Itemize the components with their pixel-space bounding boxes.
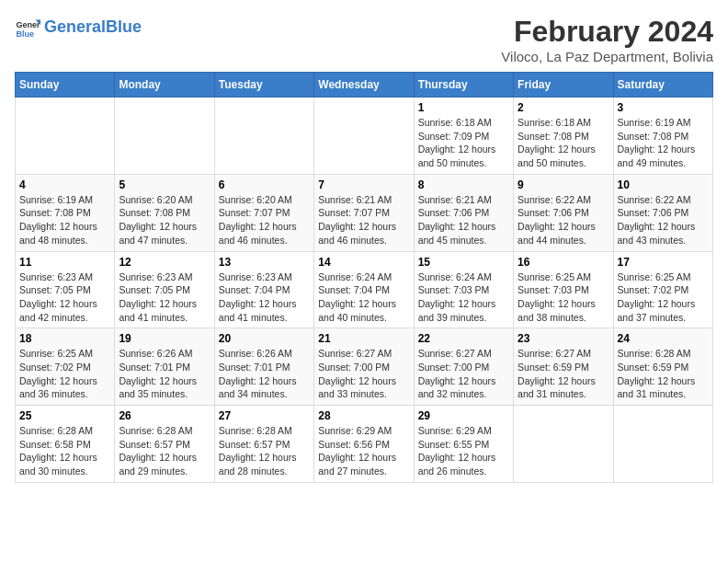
calendar-week-2: 4Sunrise: 6:19 AM Sunset: 7:08 PM Daylig… <box>16 174 713 251</box>
day-info: Sunrise: 6:29 AM Sunset: 6:56 PM Dayligh… <box>318 424 409 478</box>
svg-text:Blue: Blue <box>16 29 34 39</box>
calendar-cell: 26Sunrise: 6:28 AM Sunset: 6:57 PM Dayli… <box>115 406 214 483</box>
location: Viloco, La Paz Department, Bolivia <box>501 49 713 64</box>
calendar-cell: 22Sunrise: 6:27 AM Sunset: 7:00 PM Dayli… <box>414 328 513 406</box>
weekday-header-thursday: Thursday <box>414 73 513 98</box>
day-info: Sunrise: 6:19 AM Sunset: 7:08 PM Dayligh… <box>618 116 709 170</box>
calendar-cell: 1Sunrise: 6:18 AM Sunset: 7:09 PM Daylig… <box>414 98 513 175</box>
day-info: Sunrise: 6:27 AM Sunset: 7:00 PM Dayligh… <box>318 347 409 401</box>
calendar-cell: 4Sunrise: 6:19 AM Sunset: 7:08 PM Daylig… <box>16 174 115 251</box>
day-number: 4 <box>19 178 110 191</box>
day-number: 15 <box>418 256 509 269</box>
day-number: 7 <box>318 178 409 191</box>
calendar-cell: 20Sunrise: 6:26 AM Sunset: 7:01 PM Dayli… <box>214 328 313 406</box>
calendar-cell: 11Sunrise: 6:23 AM Sunset: 7:05 PM Dayli… <box>16 251 115 328</box>
day-info: Sunrise: 6:21 AM Sunset: 7:06 PM Dayligh… <box>418 193 509 247</box>
weekday-header-friday: Friday <box>514 73 613 98</box>
day-info: Sunrise: 6:28 AM Sunset: 6:57 PM Dayligh… <box>119 424 210 478</box>
calendar-week-3: 11Sunrise: 6:23 AM Sunset: 7:05 PM Dayli… <box>16 251 713 328</box>
calendar-cell: 10Sunrise: 6:22 AM Sunset: 7:06 PM Dayli… <box>613 174 712 251</box>
calendar-cell: 14Sunrise: 6:24 AM Sunset: 7:04 PM Dayli… <box>314 251 414 328</box>
day-number: 21 <box>318 332 409 345</box>
calendar-body: 1Sunrise: 6:18 AM Sunset: 7:09 PM Daylig… <box>16 98 713 483</box>
day-number: 29 <box>418 409 509 422</box>
day-number: 13 <box>219 256 310 269</box>
day-number: 23 <box>518 332 609 345</box>
day-info: Sunrise: 6:23 AM Sunset: 7:04 PM Dayligh… <box>219 270 310 325</box>
calendar-cell: 2Sunrise: 6:18 AM Sunset: 7:08 PM Daylig… <box>514 98 613 175</box>
weekday-header-sunday: Sunday <box>16 73 115 98</box>
calendar-cell: 18Sunrise: 6:25 AM Sunset: 7:02 PM Dayli… <box>16 328 115 406</box>
weekday-header-monday: Monday <box>115 73 214 98</box>
day-info: Sunrise: 6:19 AM Sunset: 7:08 PM Dayligh… <box>19 193 110 247</box>
month-title: February 2024 <box>501 15 713 49</box>
day-number: 18 <box>19 332 110 345</box>
calendar-cell: 5Sunrise: 6:20 AM Sunset: 7:08 PM Daylig… <box>115 174 214 251</box>
calendar-cell: 19Sunrise: 6:26 AM Sunset: 7:01 PM Dayli… <box>115 328 214 406</box>
calendar-week-5: 25Sunrise: 6:28 AM Sunset: 6:58 PM Dayli… <box>16 406 713 483</box>
day-number: 2 <box>518 101 609 114</box>
day-info: Sunrise: 6:26 AM Sunset: 7:01 PM Dayligh… <box>219 347 310 401</box>
logo-text: GeneralBlue <box>44 18 142 37</box>
day-number: 14 <box>318 256 409 269</box>
day-info: Sunrise: 6:27 AM Sunset: 7:00 PM Dayligh… <box>418 347 509 401</box>
day-number: 8 <box>418 178 509 191</box>
day-info: Sunrise: 6:25 AM Sunset: 7:02 PM Dayligh… <box>19 347 110 401</box>
day-info: Sunrise: 6:20 AM Sunset: 7:07 PM Dayligh… <box>219 193 310 247</box>
weekday-header-tuesday: Tuesday <box>214 73 313 98</box>
calendar-cell: 29Sunrise: 6:29 AM Sunset: 6:55 PM Dayli… <box>414 406 513 483</box>
logo: General Blue GeneralBlue <box>15 15 142 40</box>
calendar-table: SundayMondayTuesdayWednesdayThursdayFrid… <box>15 72 713 483</box>
day-number: 22 <box>418 332 509 345</box>
day-info: Sunrise: 6:28 AM Sunset: 6:58 PM Dayligh… <box>19 424 110 478</box>
calendar-cell: 8Sunrise: 6:21 AM Sunset: 7:06 PM Daylig… <box>414 174 513 251</box>
calendar-cell: 28Sunrise: 6:29 AM Sunset: 6:56 PM Dayli… <box>314 406 414 483</box>
calendar-cell: 24Sunrise: 6:28 AM Sunset: 6:59 PM Dayli… <box>613 328 712 406</box>
calendar-cell: 25Sunrise: 6:28 AM Sunset: 6:58 PM Dayli… <box>16 406 115 483</box>
day-info: Sunrise: 6:20 AM Sunset: 7:08 PM Dayligh… <box>119 193 210 247</box>
day-info: Sunrise: 6:22 AM Sunset: 7:06 PM Dayligh… <box>518 193 609 247</box>
calendar-cell <box>16 98 115 175</box>
calendar-cell: 17Sunrise: 6:25 AM Sunset: 7:02 PM Dayli… <box>613 251 712 328</box>
day-info: Sunrise: 6:18 AM Sunset: 7:08 PM Dayligh… <box>518 116 609 170</box>
day-info: Sunrise: 6:23 AM Sunset: 7:05 PM Dayligh… <box>19 270 110 325</box>
day-info: Sunrise: 6:23 AM Sunset: 7:05 PM Dayligh… <box>119 270 210 325</box>
day-number: 9 <box>518 178 609 191</box>
day-info: Sunrise: 6:29 AM Sunset: 6:55 PM Dayligh… <box>418 424 509 478</box>
calendar-cell: 13Sunrise: 6:23 AM Sunset: 7:04 PM Dayli… <box>214 251 313 328</box>
calendar-cell: 23Sunrise: 6:27 AM Sunset: 6:59 PM Dayli… <box>514 328 613 406</box>
calendar-week-1: 1Sunrise: 6:18 AM Sunset: 7:09 PM Daylig… <box>16 98 713 175</box>
day-number: 25 <box>19 409 110 422</box>
day-number: 20 <box>219 332 310 345</box>
day-number: 10 <box>618 178 709 191</box>
logo-icon: General Blue <box>15 15 40 40</box>
calendar-cell: 6Sunrise: 6:20 AM Sunset: 7:07 PM Daylig… <box>214 174 313 251</box>
calendar-cell: 27Sunrise: 6:28 AM Sunset: 6:57 PM Dayli… <box>214 406 313 483</box>
calendar-cell: 7Sunrise: 6:21 AM Sunset: 7:07 PM Daylig… <box>314 174 414 251</box>
weekday-header-saturday: Saturday <box>613 73 712 98</box>
day-number: 16 <box>518 256 609 269</box>
calendar-cell: 3Sunrise: 6:19 AM Sunset: 7:08 PM Daylig… <box>613 98 712 175</box>
day-info: Sunrise: 6:27 AM Sunset: 6:59 PM Dayligh… <box>518 347 609 401</box>
svg-text:General: General <box>16 20 40 29</box>
day-info: Sunrise: 6:24 AM Sunset: 7:03 PM Dayligh… <box>418 270 509 325</box>
day-info: Sunrise: 6:25 AM Sunset: 7:02 PM Dayligh… <box>618 270 709 325</box>
day-number: 28 <box>318 409 409 422</box>
title-block: February 2024 Viloco, La Paz Department,… <box>501 15 713 64</box>
calendar-cell: 15Sunrise: 6:24 AM Sunset: 7:03 PM Dayli… <box>414 251 513 328</box>
calendar-cell <box>115 98 214 175</box>
day-number: 26 <box>119 409 210 422</box>
day-number: 11 <box>19 256 110 269</box>
day-info: Sunrise: 6:22 AM Sunset: 7:06 PM Dayligh… <box>618 193 709 247</box>
day-info: Sunrise: 6:18 AM Sunset: 7:09 PM Dayligh… <box>418 116 509 170</box>
calendar-cell <box>314 98 414 175</box>
day-info: Sunrise: 6:24 AM Sunset: 7:04 PM Dayligh… <box>318 270 409 325</box>
page-header: General Blue GeneralBlue February 2024 V… <box>15 15 713 64</box>
weekday-header-row: SundayMondayTuesdayWednesdayThursdayFrid… <box>16 73 713 98</box>
day-info: Sunrise: 6:25 AM Sunset: 7:03 PM Dayligh… <box>518 270 609 325</box>
day-number: 27 <box>219 409 310 422</box>
calendar-cell <box>613 406 712 483</box>
day-number: 3 <box>618 101 709 114</box>
day-number: 17 <box>618 256 709 269</box>
day-number: 5 <box>119 178 210 191</box>
